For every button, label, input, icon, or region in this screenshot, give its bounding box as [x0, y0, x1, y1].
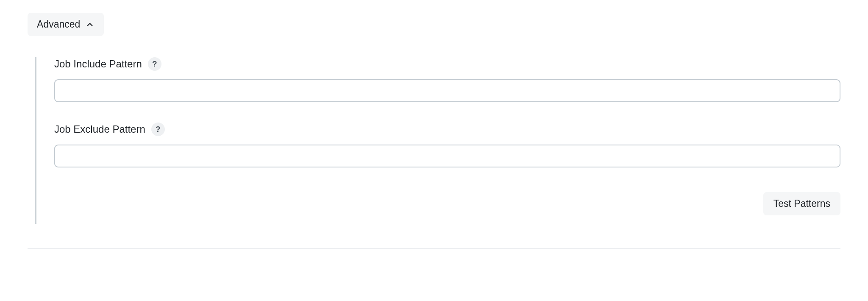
advanced-toggle-label: Advanced [37, 19, 80, 30]
help-icon[interactable]: ? [151, 123, 165, 136]
job-include-pattern-input[interactable] [54, 79, 840, 102]
advanced-toggle[interactable]: Advanced [28, 13, 104, 36]
advanced-panel: Job Include Pattern ? Job Exclude Patter… [35, 57, 840, 224]
label-row: Job Include Pattern ? [54, 57, 840, 71]
job-exclude-pattern-input[interactable] [54, 145, 840, 167]
section-divider [28, 248, 840, 249]
label-row: Job Exclude Pattern ? [54, 123, 840, 136]
job-exclude-pattern-label: Job Exclude Pattern [54, 123, 145, 135]
chevron-up-icon [85, 20, 95, 29]
job-include-pattern-label: Job Include Pattern [54, 58, 142, 70]
job-include-pattern-field: Job Include Pattern ? [54, 57, 840, 102]
job-exclude-pattern-field: Job Exclude Pattern ? [54, 123, 840, 167]
action-row: Test Patterns [54, 192, 840, 215]
help-icon[interactable]: ? [148, 57, 161, 71]
test-patterns-button[interactable]: Test Patterns [763, 192, 840, 215]
